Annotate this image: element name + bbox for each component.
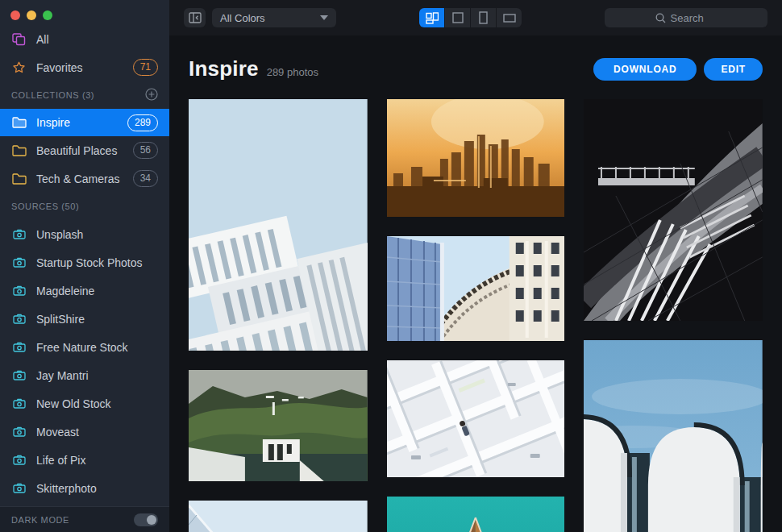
star-icon [11,61,27,74]
dark-mode-bar: DARK MODE [0,506,169,532]
sidebar-item-moveast[interactable]: Moveast [0,418,169,446]
download-button[interactable]: DOWNLOAD [593,58,697,81]
add-collection-button[interactable] [145,88,158,102]
sidebar-item-label: Startup Stock Photos [36,256,143,269]
color-filter-value: All Colors [220,12,265,24]
toggle-knob [147,515,156,525]
color-filter-dropdown[interactable]: All Colors [212,8,336,27]
count-badge: 71 [133,59,158,76]
sidebar-item-splitshire[interactable]: SplitShire [0,305,169,333]
search-input[interactable] [671,12,718,24]
sidebar-item-label: Beautiful Places [36,144,117,157]
sidebar-item-label: Life of Pix [36,454,85,467]
sidebar-item-label: Unsplash [36,228,83,241]
folder-icon [11,144,27,157]
photo-mountain-valley[interactable] [189,370,368,481]
sidebar-item-inspire[interactable]: Inspire 289 [0,109,169,136]
edit-button[interactable]: EDIT [704,58,763,81]
photo-white-gallery-topdown[interactable] [387,360,565,477]
sidebar-item-favorites[interactable]: Favorites 71 [0,53,169,81]
camera-icon [11,256,27,269]
photo-count: 289 photos [267,66,318,78]
collections-section-header: COLLECTIONS (3) [0,81,169,109]
camera-icon [11,482,27,495]
panel-collapse-icon [189,12,202,23]
folder-icon [11,172,27,185]
sidebar-item-free-nature-stock[interactable]: Free Nature Stock [0,333,169,361]
camera-icon [11,313,27,326]
sidebar-item-skitterphoto[interactable]: Skitterphoto [0,474,169,502]
photo-blue-and-cream-buildings[interactable] [387,236,565,341]
main-content: Inspire 289 photos DOWNLOAD EDIT [169,35,782,532]
count-badge: 34 [133,170,158,187]
camera-icon [11,397,27,410]
sidebar-item-new-old-stock[interactable]: New Old Stock [0,389,169,418]
count-badge: 56 [133,142,158,159]
square-view-button[interactable] [445,8,470,27]
sidebar-item-life-of-pix[interactable]: Life of Pix [0,446,169,474]
sidebar-nav: All Favorites 71 COLLECTIONS (3) [0,20,169,506]
sidebar-item-label: Skitterphoto [36,482,97,495]
photo-white-arches[interactable] [584,340,763,532]
sidebar-item-label: All [36,33,49,46]
landscape-view-button[interactable] [497,8,522,27]
masonry-view-button[interactable] [419,8,444,27]
photo-grid [169,81,782,532]
window-controls [0,0,169,20]
photo-white-building[interactable] [189,99,368,351]
sidebar-item-startup-stock-photos[interactable]: Startup Stock Photos [0,248,169,276]
dark-mode-label: DARK MODE [11,515,69,525]
masonry-view-icon [426,12,439,24]
photo-orange-skyline[interactable] [387,99,565,217]
page-header: Inspire 289 photos DOWNLOAD EDIT [169,35,782,81]
sidebar-item-all[interactable]: All [0,25,169,53]
camera-icon [11,228,27,241]
photo-glass-facade[interactable] [189,501,368,532]
dark-mode-toggle[interactable] [134,513,158,526]
sidebar-item-beautiful-places[interactable]: Beautiful Places 56 [0,136,169,164]
sidebar-item-label: Tech & Cameras [36,172,119,185]
sidebar-item-magdeleine[interactable]: Magdeleine [0,276,169,305]
search-icon [655,13,666,23]
camera-icon [11,454,27,467]
view-mode-switcher [419,8,522,27]
camera-icon [11,426,27,438]
sidebar-item-label: Moveast [36,426,79,438]
search-box[interactable] [605,8,767,27]
sidebar-item-label: Free Nature Stock [36,341,128,354]
square-view-icon [452,12,464,23]
sidebar-item-label: Favorites [36,61,83,74]
sidebar-item-label: Inspire [36,116,70,129]
portrait-view-button[interactable] [471,8,496,27]
photo-bw-architecture[interactable] [584,99,763,321]
close-window-button[interactable] [10,10,20,20]
sources-section-header: SOURCES (50) [0,193,169,220]
sidebar-item-label: Magdeleine [36,285,94,297]
overlapping-squares-icon [11,33,27,46]
camera-icon [11,341,27,354]
camera-icon [11,369,27,382]
page-title: Inspire [189,56,259,81]
folder-icon [11,116,27,129]
sidebar-item-label: Jay Mantri [36,369,89,382]
sidebar-item-label: New Old Stock [36,397,111,410]
collapse-sidebar-button[interactable] [184,8,206,27]
sidebar-item-label: SplitShire [36,313,85,326]
sidebar: All Favorites 71 COLLECTIONS (3) [0,0,169,532]
chevron-down-icon [320,15,328,20]
toolbar: All Colors [169,0,782,35]
sidebar-item-unsplash[interactable]: Unsplash [0,220,169,248]
photo-teal-pyramid[interactable] [387,497,565,532]
camera-icon [11,285,27,297]
count-badge: 289 [127,114,158,131]
minimize-window-button[interactable] [27,10,36,20]
zoom-window-button[interactable] [43,10,52,20]
portrait-view-icon [479,11,488,24]
sidebar-item-tech-cameras[interactable]: Tech & Cameras 34 [0,164,169,193]
landscape-view-icon [503,14,516,23]
sidebar-item-jay-mantri[interactable]: Jay Mantri [0,361,169,389]
